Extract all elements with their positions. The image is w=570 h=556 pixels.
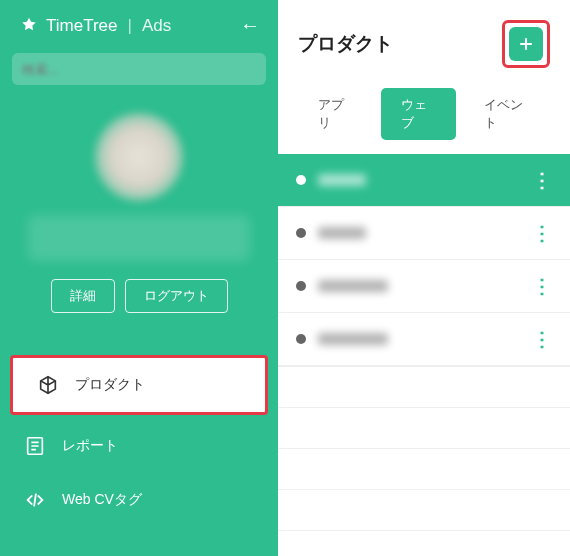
more-icon[interactable]: ⋮ bbox=[532, 168, 552, 192]
tab-event[interactable]: イベント bbox=[464, 88, 550, 140]
tab-app[interactable]: アプリ bbox=[298, 88, 373, 140]
report-icon bbox=[24, 435, 46, 457]
brand-name: TimeTree bbox=[46, 16, 117, 36]
divider bbox=[278, 489, 570, 490]
add-button-highlight bbox=[502, 20, 550, 68]
more-icon[interactable]: ⋮ bbox=[532, 274, 552, 298]
sidebar: TimeTree | Ads ← 詳細 ログアウト プロダクト レポート bbox=[0, 0, 278, 556]
nav-label-report: レポート bbox=[62, 437, 118, 455]
more-icon[interactable]: ⋮ bbox=[532, 327, 552, 351]
logo-icon bbox=[18, 15, 40, 37]
brand-sub: Ads bbox=[142, 16, 171, 36]
nav-item-report[interactable]: レポート bbox=[0, 419, 278, 473]
tabs: アプリ ウェブ イベント bbox=[278, 82, 570, 154]
list-item-label bbox=[318, 174, 366, 186]
nav-label-product: プロダクト bbox=[75, 376, 145, 394]
list-item-label bbox=[318, 280, 388, 292]
divider bbox=[278, 448, 570, 449]
cube-icon bbox=[37, 374, 59, 396]
brand-separator: | bbox=[127, 16, 131, 36]
more-icon[interactable]: ⋮ bbox=[532, 221, 552, 245]
logout-button[interactable]: ログアウト bbox=[125, 279, 228, 313]
list-item[interactable]: ⋮ bbox=[278, 313, 570, 366]
main-header: プロダクト bbox=[278, 0, 570, 82]
add-button[interactable] bbox=[509, 27, 543, 61]
brand: TimeTree | Ads bbox=[18, 15, 171, 37]
status-dot-icon bbox=[296, 175, 306, 185]
main-panel: プロダクト アプリ ウェブ イベント ⋮ ⋮ bbox=[278, 0, 570, 556]
status-dot-icon bbox=[296, 334, 306, 344]
list-item[interactable]: ⋮ bbox=[278, 207, 570, 260]
list-item[interactable]: ⋮ bbox=[278, 154, 570, 207]
nav-item-product[interactable]: プロダクト bbox=[10, 355, 268, 415]
nav-item-webcv[interactable]: Web CVタグ bbox=[0, 473, 278, 527]
divider bbox=[278, 407, 570, 408]
sidebar-header: TimeTree | Ads ← bbox=[0, 0, 278, 47]
nav-label-webcv: Web CVタグ bbox=[62, 491, 142, 509]
divider bbox=[278, 530, 570, 531]
nav: プロダクト レポート Web CVタグ bbox=[0, 351, 278, 527]
profile-text-blurred bbox=[28, 215, 249, 261]
code-icon bbox=[24, 489, 46, 511]
list-item-label bbox=[318, 333, 388, 345]
list-item-label bbox=[318, 227, 366, 239]
search-input[interactable] bbox=[22, 62, 256, 77]
status-dot-icon bbox=[296, 228, 306, 238]
profile-section: 詳細 ログアウト bbox=[0, 91, 278, 325]
avatar bbox=[95, 113, 183, 201]
divider bbox=[278, 366, 570, 367]
back-arrow-icon[interactable]: ← bbox=[240, 14, 260, 37]
tab-web[interactable]: ウェブ bbox=[381, 88, 456, 140]
search-box[interactable] bbox=[12, 53, 266, 85]
status-dot-icon bbox=[296, 281, 306, 291]
profile-buttons: 詳細 ログアウト bbox=[51, 279, 228, 313]
product-list: ⋮ ⋮ ⋮ ⋮ bbox=[278, 154, 570, 556]
page-title: プロダクト bbox=[298, 31, 393, 57]
list-item[interactable]: ⋮ bbox=[278, 260, 570, 313]
detail-button[interactable]: 詳細 bbox=[51, 279, 115, 313]
